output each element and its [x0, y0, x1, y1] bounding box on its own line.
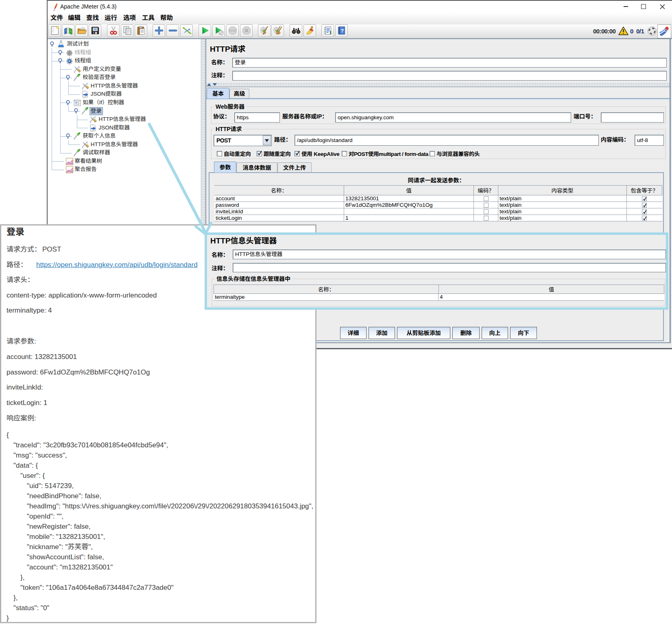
svg-text:?: ? [340, 28, 344, 34]
svg-text:STOP: STOP [229, 29, 236, 32]
